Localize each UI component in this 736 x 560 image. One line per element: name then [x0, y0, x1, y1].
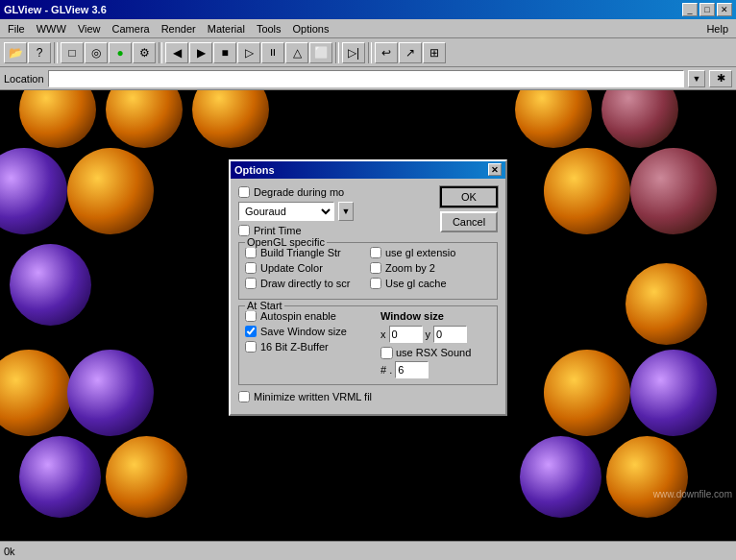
atstart-checkbox-1[interactable]: [245, 326, 257, 337]
opengl-checkbox-4[interactable]: [245, 278, 257, 289]
tool-save[interactable]: ◎: [85, 42, 108, 63]
atstart-checkbox-2[interactable]: [245, 341, 257, 353]
size-x-input[interactable]: [389, 326, 423, 343]
tool-green[interactable]: ●: [109, 42, 132, 63]
opengl-label-1: use gl extensio: [385, 247, 455, 258]
dialog-close-button[interactable]: ✕: [488, 163, 502, 176]
opengl-label-0: Build Triangle Str: [260, 247, 341, 258]
toolbar: 📂 ? □ ◎ ● ⚙ ◀ ▶ ■ ▷ ⏸ △ ⬜ ▷| ↩ ↗ ⊞: [0, 38, 736, 67]
status-bar: 0k: [0, 541, 736, 560]
tool-grid[interactable]: ⊞: [423, 42, 446, 63]
menu-camera[interactable]: Camera: [107, 21, 156, 37]
tool-next[interactable]: ▶: [189, 42, 212, 63]
sound-checkbox[interactable]: [380, 347, 393, 359]
opengl-label-5: Use gl cache: [385, 278, 447, 289]
opengl-col-right: use gl extensio Zoom by 2 Use gl cache: [370, 247, 491, 293]
atstart-opt-1: Save Window size: [245, 326, 373, 337]
toolbar-separator-2: [159, 42, 162, 63]
tool-open[interactable]: 📂: [4, 42, 27, 63]
tool-help[interactable]: ?: [28, 42, 51, 63]
opengl-label-3: Zoom by 2: [385, 262, 435, 274]
toolbar-separator-1: [54, 42, 58, 63]
tool-new[interactable]: □: [61, 42, 84, 63]
tool-pause[interactable]: ⏸: [261, 42, 284, 63]
menu-www[interactable]: WWW: [31, 21, 72, 37]
render-mode-arrow[interactable]: ▼: [338, 202, 354, 221]
menu-material[interactable]: Material: [202, 21, 251, 37]
tool-settings[interactable]: ⚙: [133, 42, 156, 63]
atstart-group: At Start Autospin enable Save Window siz…: [238, 305, 498, 385]
menu-bar: File WWW View Camera Render Material Too…: [0, 19, 736, 38]
menu-options[interactable]: Options: [287, 21, 335, 37]
opengl-group-label: OpenGL specific: [245, 236, 327, 248]
options-dialog: Options ✕ OK Cancel Degrade during mo: [229, 159, 507, 416]
close-button[interactable]: ✕: [717, 3, 732, 16]
opengl-checkbox-5[interactable]: [370, 278, 381, 289]
menu-file[interactable]: File: [2, 21, 31, 37]
window-size-label: Window size: [380, 310, 491, 322]
opengl-group: OpenGL specific Build Triangle Str Updat…: [238, 242, 498, 300]
opengl-checkbox-1[interactable]: [370, 247, 381, 258]
opengl-label-4: Draw directly to scr: [260, 278, 351, 289]
size-y-label: y: [426, 329, 431, 340]
tool-export[interactable]: ↩: [375, 42, 398, 63]
hash-label: #: [380, 364, 386, 376]
tool-up[interactable]: △: [285, 42, 308, 63]
location-input[interactable]: [48, 70, 684, 87]
menu-tools[interactable]: Tools: [251, 21, 287, 37]
opengl-opt-5: Use gl cache: [370, 278, 491, 289]
degrade-checkbox[interactable]: [238, 186, 250, 198]
title-bar: GLView - GLView 3.6 _ □ ✕: [0, 0, 736, 19]
hash-input[interactable]: [395, 361, 429, 378]
menu-render[interactable]: Render: [156, 21, 202, 37]
tool-prev[interactable]: ◀: [165, 42, 188, 63]
tool-anim[interactable]: ▷|: [342, 42, 365, 63]
dialog-overlay: Options ✕ OK Cancel Degrade during mo: [0, 90, 736, 523]
minimize-vrml-checkbox[interactable]: [238, 391, 250, 402]
dialog-title-bar: Options ✕: [231, 161, 505, 179]
print-time-label: Print Time: [254, 225, 302, 236]
opengl-checkbox-0[interactable]: [245, 247, 257, 258]
minimize-vrml-label: Minimize written VRML fil: [254, 391, 372, 402]
ok-button[interactable]: OK: [440, 186, 498, 207]
hash-row: # .: [380, 361, 491, 378]
tool-import[interactable]: ↗: [399, 42, 422, 63]
atstart-content: Autospin enable Save Window size 16 Bit …: [245, 310, 491, 378]
opengl-checkbox-3[interactable]: [370, 262, 381, 274]
maximize-button[interactable]: □: [699, 3, 715, 16]
opengl-label-2: Update Color: [260, 262, 323, 274]
atstart-right: Window size x y use RSX Sound: [380, 310, 491, 378]
tool-stop[interactable]: ■: [213, 42, 236, 63]
main-area: Options ✕ OK Cancel Degrade during mo: [0, 90, 736, 523]
opengl-col-left: Build Triangle Str Update Color Draw dir…: [245, 247, 366, 293]
location-bar: Location ▼ ✱: [0, 67, 736, 90]
window-title: GLView - GLView 3.6: [4, 4, 107, 15]
opengl-opt-4: Draw directly to scr: [245, 278, 366, 289]
status-text: 0k: [4, 546, 15, 557]
opengl-opt-3: Zoom by 2: [370, 262, 491, 274]
size-y-input[interactable]: [433, 326, 467, 343]
tool-frame[interactable]: ⬜: [309, 42, 332, 63]
opengl-opt-1: use gl extensio: [370, 247, 491, 258]
sound-label: use RSX Sound: [396, 347, 471, 358]
menu-help[interactable]: Help: [700, 21, 734, 37]
cancel-button[interactable]: Cancel: [440, 211, 498, 232]
menu-view[interactable]: View: [72, 21, 107, 37]
tool-play[interactable]: ▷: [237, 42, 260, 63]
render-mode-select[interactable]: Gouraud Flat Wireframe: [238, 202, 334, 221]
size-x-label: x: [380, 329, 386, 340]
location-go-icon[interactable]: ✱: [709, 70, 732, 87]
location-dropdown[interactable]: ▼: [688, 70, 705, 87]
window-controls: _ □ ✕: [682, 3, 732, 16]
atstart-opt-2: 16 Bit Z-Buffer: [245, 341, 373, 353]
opengl-opt-0: Build Triangle Str: [245, 247, 366, 258]
atstart-label-0: Autospin enable: [260, 310, 336, 322]
atstart-checkbox-0[interactable]: [245, 310, 257, 322]
print-time-checkbox[interactable]: [238, 225, 250, 236]
atstart-label-2: 16 Bit Z-Buffer: [260, 341, 329, 353]
opengl-checkbox-2[interactable]: [245, 262, 257, 274]
minimize-button[interactable]: _: [682, 3, 698, 16]
opengl-opt-2: Update Color: [245, 262, 366, 274]
sound-row: use RSX Sound: [380, 347, 491, 359]
location-label: Location: [4, 73, 44, 85]
